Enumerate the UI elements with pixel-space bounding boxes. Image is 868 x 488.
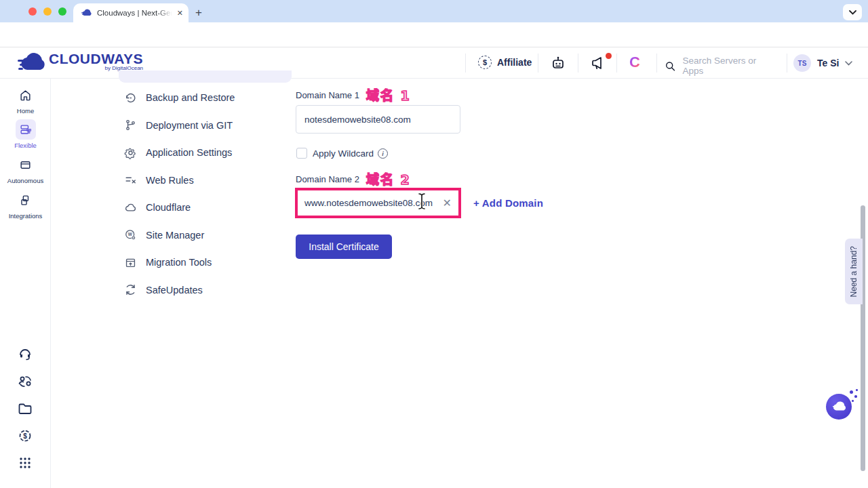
header-divider xyxy=(538,54,538,73)
safeupdates-refresh-icon xyxy=(124,283,137,296)
cloudways-logo[interactable]: CLOUDWAYS by DigitalOcean xyxy=(18,52,143,71)
referrals-icon[interactable] xyxy=(17,373,33,390)
svg-text:W: W xyxy=(128,232,132,237)
sidebar-item-migration-tools[interactable]: Migration Tools xyxy=(119,249,292,277)
sidebar-item-label: Web Rules xyxy=(146,175,194,186)
wildcard-info-icon[interactable]: i xyxy=(378,148,388,159)
rail-item-integrations[interactable]: Integrations xyxy=(0,190,51,220)
svg-text:$: $ xyxy=(23,432,27,440)
sidebar-item-label: SafeUpdates xyxy=(146,285,203,296)
chat-widget-button[interactable] xyxy=(826,394,852,420)
domain1-annotation: 域名 1 xyxy=(366,85,411,104)
sidebar-item-label: Cloudflare xyxy=(146,202,191,213)
need-a-hand-label: Need a hand? xyxy=(849,246,859,297)
remove-domain-icon[interactable]: ✕ xyxy=(441,197,458,209)
header-divider xyxy=(578,54,578,73)
migration-icon xyxy=(124,256,137,269)
chevron-down-icon xyxy=(845,61,852,66)
tab-search-chevron-button[interactable] xyxy=(843,4,862,20)
apply-wildcard-checkbox[interactable] xyxy=(296,148,307,159)
header-divider xyxy=(787,54,787,73)
sidebar-selected-item-partial[interactable] xyxy=(119,70,292,83)
sidebar-item-label: Application Settings xyxy=(146,147,232,158)
billing-dollar-icon[interactable]: $ xyxy=(17,428,33,444)
domain1-label: Domain Name 1 xyxy=(296,90,359,100)
domain2-annotation: 域名 2 xyxy=(366,169,411,188)
gear-icon xyxy=(124,146,137,159)
notification-dot xyxy=(606,53,612,59)
add-domain-link[interactable]: + Add Domain xyxy=(473,197,543,209)
web-rules-icon xyxy=(124,174,137,186)
sidebar-item-label: Migration Tools xyxy=(146,257,212,268)
restore-icon xyxy=(124,92,137,104)
announcements-megaphone-icon[interactable] xyxy=(590,55,606,71)
dollar-icon: $ xyxy=(478,56,492,69)
site-manager-icon: W xyxy=(124,228,137,241)
user-avatar: TS xyxy=(793,54,811,72)
search-placeholder: Search Servers or Apps xyxy=(683,56,776,76)
browser-toolbar: ← → ⟳ unified.cloudways.com/apps/6203794… xyxy=(0,22,868,47)
cloudways-favicon xyxy=(81,9,92,17)
cloud-icon xyxy=(124,201,137,214)
new-tab-button[interactable]: + xyxy=(195,6,202,20)
tab-title: Cloudways | Next-Gen Cloud xyxy=(97,9,172,17)
projects-folder-icon[interactable] xyxy=(17,401,33,417)
home-icon xyxy=(19,89,32,102)
header-divider xyxy=(656,54,657,73)
header-divider xyxy=(465,54,466,73)
cloudways-cloud-icon xyxy=(18,52,45,71)
autonomous-icon xyxy=(19,159,32,171)
affiliate-label: Affiliate xyxy=(497,57,532,68)
text-cursor xyxy=(417,192,427,210)
rail-item-autonomous[interactable]: Autonomous xyxy=(0,155,51,184)
user-menu[interactable]: TS Te Si xyxy=(793,54,852,72)
sidebar-item-web-rules[interactable]: Web Rules xyxy=(119,167,292,195)
need-a-hand-tab[interactable]: Need a hand? xyxy=(845,239,863,304)
sidebar-item-label: Site Manager xyxy=(146,230,204,241)
logo-wordmark: CLOUDWAYS xyxy=(49,52,143,66)
rail-label-autonomous: Autonomous xyxy=(0,177,51,184)
rail-label-integrations: Integrations xyxy=(0,212,51,220)
header-divider xyxy=(616,54,617,73)
sidebar-item-safeupdates[interactable]: SafeUpdates xyxy=(119,277,292,304)
affiliate-button[interactable]: $ Affiliate xyxy=(478,56,532,69)
flexible-servers-icon xyxy=(19,123,32,136)
sidebar-item-deployment-git[interactable]: Deployment via GIT xyxy=(119,112,292,140)
domain2-label: Domain Name 2 xyxy=(296,174,359,184)
rail-item-flexible[interactable]: Flexible xyxy=(0,119,51,149)
integrations-icon xyxy=(19,194,32,207)
install-certificate-button[interactable]: Install Certificate xyxy=(296,235,392,259)
chevron-down-icon xyxy=(849,10,856,15)
domain1-input[interactable] xyxy=(296,105,460,134)
sidebar-item-cloudflare[interactable]: Cloudflare xyxy=(119,194,292,222)
rail-label-home: Home xyxy=(0,107,51,115)
macos-close-button[interactable] xyxy=(28,7,37,16)
rail-item-home[interactable]: Home xyxy=(0,85,51,115)
sidebar-item-backup-restore[interactable]: Backup and Restore xyxy=(119,84,292,112)
bot-assistant-icon[interactable] xyxy=(550,55,566,71)
browser-tab[interactable]: Cloudways | Next-Gen Cloud ✕ xyxy=(73,3,189,22)
sidebar-item-site-manager[interactable]: W Site Manager xyxy=(119,222,292,249)
chat-cloud-icon xyxy=(831,401,846,412)
app-sidebar-menu: Backup and Restore Deployment via GIT Ap… xyxy=(119,84,292,304)
git-branch-icon xyxy=(124,119,137,131)
apps-grid-icon[interactable] xyxy=(17,455,33,471)
search-icon xyxy=(665,60,676,72)
copilot-gradient-icon[interactable]: C xyxy=(629,54,640,70)
browser-tab-strip: Cloudways | Next-Gen Cloud ✕ + xyxy=(0,0,868,22)
apply-wildcard-label: Apply Wildcard xyxy=(313,148,374,159)
domain2-highlight-box: www.notesdemowebsite08.com ✕ xyxy=(295,188,461,218)
global-search[interactable]: Search Servers or Apps xyxy=(665,56,776,76)
rail-label-flexible: Flexible xyxy=(0,142,51,149)
macos-zoom-button[interactable] xyxy=(58,7,66,16)
sidebar-item-application-settings[interactable]: Application Settings xyxy=(119,139,292,167)
user-name: Te Si xyxy=(817,58,839,68)
macos-minimize-button[interactable] xyxy=(43,7,52,16)
tab-close-icon[interactable]: ✕ xyxy=(177,9,183,18)
support-headset-icon[interactable] xyxy=(17,346,33,362)
sidebar-item-label: Deployment via GIT xyxy=(146,120,233,131)
sidebar-item-label: Backup and Restore xyxy=(146,92,235,103)
